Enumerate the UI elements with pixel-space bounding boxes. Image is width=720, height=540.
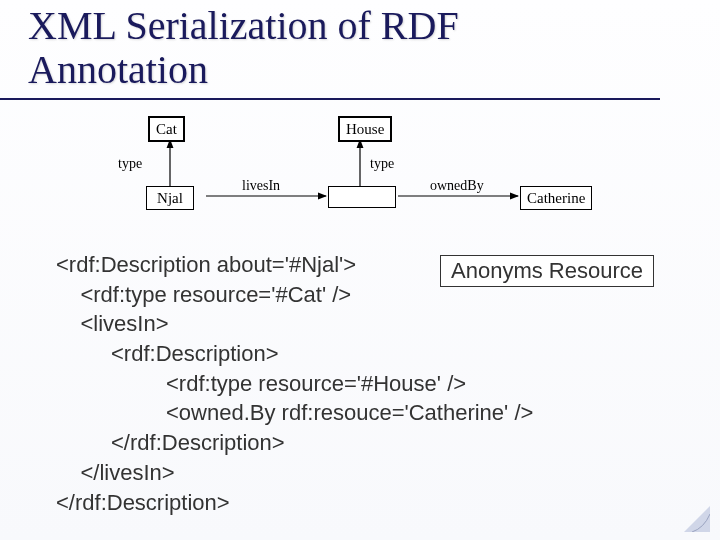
- node-njal: Njal: [146, 186, 194, 210]
- node-blank: [328, 186, 396, 208]
- edge-label-ownedby: ownedBy: [430, 178, 484, 194]
- edge-label-type-right: type: [370, 156, 394, 172]
- title-line-1: XML Serialization of RDF: [28, 3, 459, 48]
- node-cat: Cat: [148, 116, 185, 142]
- code-line: <rdf:type resource='#Cat' />: [56, 282, 351, 307]
- node-house: House: [338, 116, 392, 142]
- slide-title: XML Serialization of RDF Annotation: [0, 0, 660, 100]
- code-line: <rdf:Description>: [56, 341, 279, 366]
- title-line-2: Annotation: [28, 47, 208, 92]
- rdf-graph-diagram: Cat House Njal Catherine type type lives…: [138, 116, 608, 226]
- edge-label-livesin: livesIn: [242, 178, 280, 194]
- edge-label-type-left: type: [118, 156, 142, 172]
- code-line: <rdf:type resource='#House' />: [56, 371, 466, 396]
- code-line: <owned.By rdf:resouce='Catherine' />: [56, 400, 533, 425]
- node-catherine: Catherine: [520, 186, 592, 210]
- code-line: <rdf:Description about='#Njal'>: [56, 252, 356, 277]
- rdf-xml-code-block: <rdf:Description about='#Njal'> <rdf:typ…: [56, 250, 533, 517]
- code-line: </livesIn>: [56, 460, 175, 485]
- code-line: <livesIn>: [56, 311, 169, 336]
- code-line: </rdf:Description>: [56, 430, 285, 455]
- code-line: </rdf:Description>: [56, 490, 230, 515]
- page-curl-icon: [684, 506, 710, 532]
